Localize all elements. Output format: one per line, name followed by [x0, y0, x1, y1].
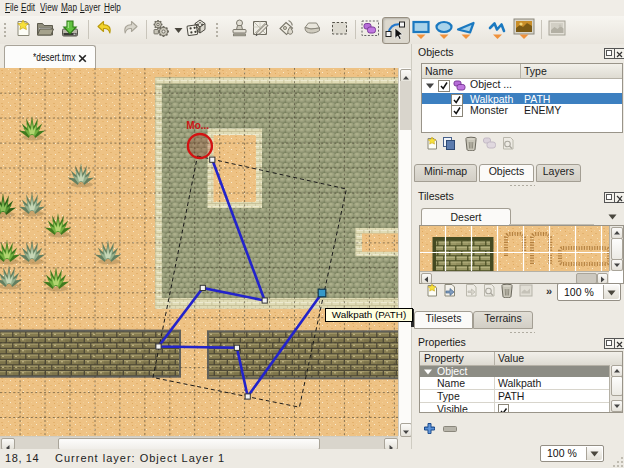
svg-text:Mo...: Mo...	[186, 120, 209, 131]
